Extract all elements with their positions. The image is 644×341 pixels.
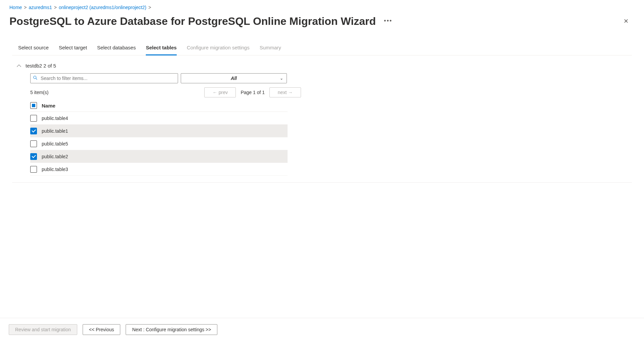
next-page-button: next →: [269, 87, 301, 97]
filter-dropdown[interactable]: All ⌄: [181, 73, 287, 83]
filter-value: All: [231, 76, 237, 81]
table-header-row: Name: [30, 99, 288, 112]
select-all-checkbox[interactable]: [30, 102, 37, 109]
controls-row: All ⌄: [15, 73, 629, 85]
tables-list: Name public.table4 public.table1 public.…: [15, 99, 288, 182]
table-row[interactable]: public.table5: [30, 137, 288, 150]
table-name: public.table3: [42, 167, 68, 172]
row-checkbox[interactable]: [30, 140, 37, 147]
search-input[interactable]: [30, 73, 178, 83]
breadcrumb-link-azuredms1[interactable]: azuredms1: [29, 5, 52, 10]
tab-summary: Summary: [260, 45, 281, 55]
table-name: public.table2: [42, 154, 68, 159]
page-header: PostgreSQL to Azure Database for Postgre…: [0, 12, 644, 35]
breadcrumb: Home > azuredms1 > onlineproject2 (azure…: [0, 0, 644, 12]
tab-select-databases[interactable]: Select databases: [97, 45, 136, 55]
tab-select-source[interactable]: Select source: [18, 45, 49, 55]
row-checkbox[interactable]: [30, 115, 37, 122]
tab-select-target[interactable]: Select target: [59, 45, 87, 55]
chevron-down-icon: ⌄: [280, 76, 283, 81]
next-button[interactable]: Next : Configure migration settings >>: [126, 324, 217, 335]
wizard-footer: Review and start migration << Previous N…: [0, 318, 644, 341]
count-pager-row: 5 item(s) ← prev Page 1 of 1 next →: [15, 85, 301, 99]
column-header-name[interactable]: Name: [42, 103, 55, 109]
prev-page-button: ← prev: [204, 87, 236, 97]
table-name: public.table1: [42, 128, 68, 134]
database-expander[interactable]: testdb2 2 of 5: [15, 61, 629, 73]
table-row[interactable]: public.table4: [30, 112, 288, 125]
previous-button[interactable]: << Previous: [83, 324, 121, 335]
row-checkbox[interactable]: [30, 128, 37, 134]
wizard-tabs: Select source Select target Select datab…: [12, 43, 632, 55]
database-section: testdb2 2 of 5 All ⌄ 5 item(s) ← prev Pa…: [12, 55, 632, 183]
chevron-right-icon: >: [24, 5, 27, 10]
item-count: 5 item(s): [30, 90, 48, 95]
more-actions-button[interactable]: •••: [382, 16, 394, 26]
row-checkbox[interactable]: [30, 166, 37, 173]
page-title: PostgreSQL to Azure Database for Postgre…: [9, 15, 376, 28]
chevron-right-icon: >: [54, 5, 57, 10]
review-start-migration-button: Review and start migration: [9, 324, 77, 335]
table-row[interactable]: public.table2: [30, 150, 288, 163]
chevron-right-icon: >: [148, 5, 151, 10]
table-name: public.table5: [42, 141, 68, 146]
table-row[interactable]: public.table3: [30, 163, 288, 176]
table-name: public.table4: [42, 116, 68, 121]
table-row[interactable]: public.table1: [30, 125, 288, 137]
breadcrumb-link-home[interactable]: Home: [9, 5, 22, 10]
chevron-up-icon: [17, 64, 21, 68]
database-title: testdb2 2 of 5: [26, 63, 56, 69]
tab-configure-migration-settings: Configure migration settings: [187, 45, 250, 55]
close-button[interactable]: ✕: [617, 14, 635, 28]
tab-select-tables[interactable]: Select tables: [146, 45, 177, 55]
breadcrumb-link-onlineproject2[interactable]: onlineproject2 (azuredms1/onlineproject2…: [59, 5, 146, 10]
row-checkbox[interactable]: [30, 153, 37, 160]
page-info: Page 1 of 1: [241, 90, 265, 95]
